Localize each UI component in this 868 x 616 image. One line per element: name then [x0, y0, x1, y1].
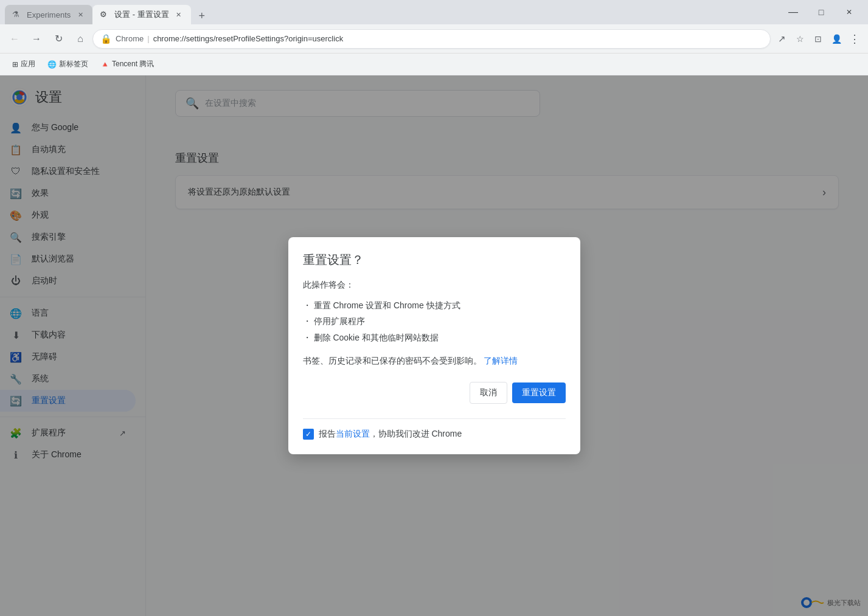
- cancel-button[interactable]: 取消: [470, 382, 507, 404]
- dialog-list-item-2: ・ 停用扩展程序: [303, 314, 566, 328]
- share-button[interactable]: ↗: [773, 30, 790, 47]
- bookmark-button[interactable]: ☆: [791, 30, 808, 47]
- dialog-list-item-3-text: 删除 Cookie 和其他临时网站数据: [314, 331, 439, 344]
- reset-confirm-button[interactable]: 重置设置: [512, 382, 566, 403]
- dialog-body: 此操作将会： ・ 重置 Chrome 设置和 Chrome 快捷方式 ・ 停用扩…: [303, 278, 566, 368]
- dialog-list-item-2-text: 停用扩展程序: [314, 314, 365, 328]
- tab-close-experiments[interactable]: ✕: [75, 10, 85, 19]
- checkbox-check-icon: ✓: [305, 430, 311, 438]
- bookmark-tencent[interactable]: 🔺 Tencent 腾讯: [95, 57, 159, 72]
- bookmark-new-tab-label: 新标签页: [59, 59, 88, 69]
- tab-title-experiments: Experiments: [27, 10, 71, 19]
- close-button[interactable]: ✕: [835, 2, 863, 22]
- report-checkbox[interactable]: ✓: [303, 429, 314, 440]
- nav-bar: ← → ↻ ⌂ 🔒 Chrome | chrome://settings/res…: [0, 24, 868, 54]
- tab-experiments[interactable]: ⚗ Experiments ✕: [5, 5, 92, 24]
- checkbox-label-prefix: 报告: [319, 429, 336, 438]
- dialog-actions: 取消 重置设置: [303, 382, 566, 409]
- dialog-footer: ✓ 报告当前设置，协助我们改进 Chrome: [303, 418, 566, 440]
- menu-button[interactable]: ⋮: [846, 30, 863, 47]
- dialog-description: 此操作将会：: [303, 278, 566, 291]
- bookmark-apps-label: 应用: [21, 59, 35, 69]
- apps-icon: ⊞: [12, 60, 18, 69]
- current-settings-link[interactable]: 当前设置: [336, 429, 370, 438]
- dialog-note-text: 书签、历史记录和已保存的密码不会受到影响。: [303, 356, 482, 365]
- checkbox-label: 报告当前设置，协助我们改进 Chrome: [319, 429, 462, 440]
- profile-button[interactable]: 👤: [828, 30, 845, 47]
- new-tab-button[interactable]: +: [193, 7, 210, 24]
- content-area: 设置 👤 您与 Google 📋 自动填充 🛡 隐私设置和安全性 🔄 效果 🎨: [0, 75, 868, 616]
- new-tab-icon: 🌐: [47, 60, 57, 69]
- tab-close-settings[interactable]: ✕: [174, 10, 184, 19]
- forward-button[interactable]: →: [27, 29, 46, 49]
- checkbox-label-suffix: ，协助我们改进 Chrome: [370, 429, 462, 438]
- maximize-button[interactable]: □: [807, 2, 835, 22]
- bullet-3: ・: [303, 331, 311, 344]
- window-controls: — □ ✕: [774, 0, 868, 24]
- dialog-list: ・ 重置 Chrome 设置和 Chrome 快捷方式 ・ 停用扩展程序 ・ 删…: [303, 299, 566, 344]
- address-secure-icon: 🔒: [100, 33, 112, 44]
- bookmarks-bar: ⊞ 应用 🌐 新标签页 🔺 Tencent 腾讯: [0, 54, 868, 75]
- address-chrome-label: Chrome: [116, 34, 144, 43]
- bookmark-tencent-label: Tencent 腾讯: [112, 59, 154, 69]
- reading-mode-button[interactable]: ⊡: [810, 30, 827, 47]
- report-checkbox-wrapper: ✓ 报告当前设置，协助我们改进 Chrome: [303, 429, 462, 440]
- tencent-icon: 🔺: [100, 60, 109, 69]
- tab-title-settings: 设置 - 重置设置: [114, 9, 169, 20]
- address-bar[interactable]: 🔒 Chrome | chrome://settings/resetProfil…: [92, 29, 771, 49]
- tab-favicon-experiments: ⚗: [12, 10, 22, 19]
- learn-more-link[interactable]: 了解详情: [484, 356, 518, 365]
- modal-overlay: 重置设置？ 此操作将会： ・ 重置 Chrome 设置和 Chrome 快捷方式…: [0, 75, 868, 616]
- bookmark-new-tab[interactable]: 🌐 新标签页: [43, 57, 93, 72]
- bullet-1: ・: [303, 299, 311, 312]
- minimize-button[interactable]: —: [779, 2, 807, 22]
- address-url: chrome://settings/resetProfileSettings?o…: [153, 34, 344, 43]
- home-button[interactable]: ⌂: [71, 29, 90, 49]
- dialog-title: 重置设置？: [303, 252, 566, 268]
- tab-favicon-settings: ⚙: [100, 10, 109, 19]
- bookmark-apps[interactable]: ⊞ 应用: [7, 57, 40, 72]
- tab-settings[interactable]: ⚙ 设置 - 重置设置 ✕: [92, 5, 191, 24]
- dialog-list-item-1-text: 重置 Chrome 设置和 Chrome 快捷方式: [314, 299, 460, 312]
- tabs-container: ⚗ Experiments ✕ ⚙ 设置 - 重置设置 ✕ +: [0, 0, 774, 24]
- reload-button[interactable]: ↻: [49, 29, 68, 49]
- address-separator: |: [147, 34, 149, 43]
- bullet-2: ・: [303, 314, 311, 328]
- title-bar: ⚗ Experiments ✕ ⚙ 设置 - 重置设置 ✕ + — □ ✕: [0, 0, 868, 24]
- dialog-list-item-1: ・ 重置 Chrome 设置和 Chrome 快捷方式: [303, 299, 566, 312]
- reset-dialog: 重置设置？ 此操作将会： ・ 重置 Chrome 设置和 Chrome 快捷方式…: [288, 237, 580, 455]
- dialog-note: 书签、历史记录和已保存的密码不会受到影响。 了解详情: [303, 354, 566, 367]
- back-button[interactable]: ←: [5, 29, 24, 49]
- nav-right-buttons: ↗ ☆ ⊡ 👤 ⋮: [773, 30, 863, 47]
- dialog-list-item-3: ・ 删除 Cookie 和其他临时网站数据: [303, 331, 566, 344]
